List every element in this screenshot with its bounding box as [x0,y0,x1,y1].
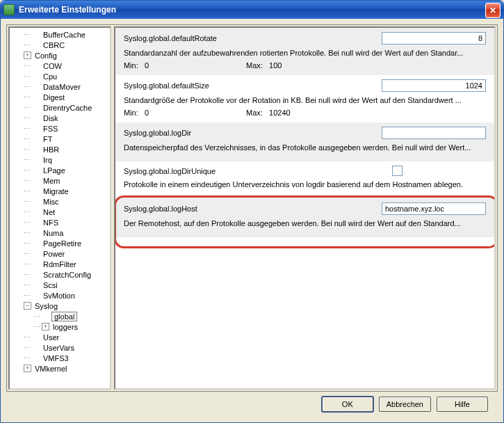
client-area: ⋯BufferCache⋯CBRC+Config⋯COW⋯Cpu⋯DataMov… [1,19,503,422]
tree-item-cow[interactable]: ⋯COW [11,61,108,71]
tree-item-label: Mem [42,177,61,185]
tree-connector: ⋯ [24,156,30,163]
tree-connector: ⋯ [24,166,30,174]
tree-item-pageretire[interactable]: ⋯PageRetire [11,238,108,248]
tree-item-fss[interactable]: ⋯FSS [11,123,108,134]
settings-panel: Syslog.global.defaultRotateStandardanzah… [114,26,496,390]
tree-connector: ⋯ [24,260,30,268]
tree-connector: ⋯ [24,281,30,289]
tree-item-disk[interactable]: ⋯Disk [11,113,108,123]
tree-item-scratchconfig[interactable]: ⋯ScratchConfig [11,269,108,280]
setting-name: Syslog.global.logDirUnique [124,167,216,175]
help-button[interactable]: Hilfe [437,397,488,412]
tree-connector: ⋯ [24,41,30,49]
expand-icon[interactable]: + [24,51,31,59]
tree-item-cbrc[interactable]: ⋯CBRC [11,40,108,50]
tree-item-migrate[interactable]: ⋯Migrate [11,186,108,196]
app-icon [3,4,15,15]
tree-item-label: FSS [42,125,59,133]
tree-item-rdmfilter[interactable]: ⋯RdmFilter [11,259,108,269]
tree-item-ft[interactable]: ⋯FT [11,134,108,144]
setting-name: Syslog.global.defaultRotate [124,34,217,42]
setting-value-input[interactable] [382,79,486,92]
setting-description: Standardanzahl der aufzubewahrenden roti… [124,49,486,61]
tree-connector: ⋯ [24,198,30,205]
tree-item-label: Config [33,51,58,60]
tree-item-vmfs3[interactable]: ⋯VMFS3 [11,353,108,363]
close-button[interactable]: ✕ [485,3,501,18]
tree-item-label: Misc [42,198,60,206]
setting-min: Min: 0 [124,109,149,117]
tree-item-digest[interactable]: ⋯Digest [11,92,108,102]
tree-item-label: Digest [42,93,66,102]
tree-item-label: UserVars [42,344,76,352]
tree-item-label: VMkernel [33,365,68,373]
tree-item-label: RdmFilter [42,260,78,269]
tree-connector: ⋯ [24,125,30,132]
setting-name: Syslog.global.logDir [124,129,191,137]
collapse-icon[interactable]: − [24,302,31,310]
setting-max: Max: 10240 [246,109,291,117]
close-icon: ✕ [489,6,496,15]
tree-item-uservars[interactable]: ⋯UserVars [11,342,108,353]
setting-Syslog-global-logDirUnique: Syslog.global.logDirUniqueProtokolle in … [115,161,494,198]
tree-item-label: DataMover [42,83,82,91]
tree-item-config[interactable]: +Config [11,50,108,61]
tree-connector: ⋯ [24,292,30,299]
tree-item-svmotion[interactable]: ⋯SvMotion [11,290,108,301]
setting-name: Syslog.global.logHost [124,205,197,213]
tree-item-net[interactable]: ⋯Net [11,207,108,217]
tree-item-buffercache[interactable]: ⋯BufferCache [11,29,108,40]
tree-item-label: NFS [42,218,60,227]
setting-name: Syslog.global.defaultSize [124,81,209,90]
setting-value-input[interactable] [382,127,486,139]
tree-item-global[interactable]: ⋯global [11,311,108,321]
tree-item-misc[interactable]: ⋯Misc [11,196,108,207]
tree-item-lpage[interactable]: ⋯LPage [11,165,108,175]
setting-description: Protokolle in einem eindeutigen Unterver… [124,180,486,193]
tree-item-datamover[interactable]: ⋯DataMover [11,81,108,92]
tree-item-user[interactable]: ⋯User [11,332,108,342]
tree-item-loggers[interactable]: ⋯+loggers [11,321,108,332]
tree-connector: ⋯ [24,104,30,111]
tree-connector: ⋯ [24,177,30,184]
tree-item-label: Power [42,250,66,258]
tree-connector: ⋯ [24,333,30,341]
tree-item-cpu[interactable]: ⋯Cpu [11,71,108,81]
cancel-button[interactable]: Abbrechen [379,397,431,412]
tree-connector: ⋯ [24,83,30,90]
ok-button[interactable]: OK [322,397,373,412]
setting-Syslog-global-logDir: Syslog.global.logDirDatenspeicherpfad de… [115,122,494,161]
tree-item-power[interactable]: ⋯Power [11,248,108,259]
tree-connector: ⋯ [24,271,30,278]
tree-connector: ⋯ [24,93,30,101]
tree-connector: ⋯ [24,208,30,216]
tree-item-vmkernel[interactable]: +VMkernel [11,363,108,374]
category-tree[interactable]: ⋯BufferCache⋯CBRC+Config⋯COW⋯Cpu⋯DataMov… [8,26,111,390]
tree-item-label: Migrate [42,187,70,195]
tree-item-label: Irq [42,156,54,164]
content-split: ⋯BufferCache⋯CBRC+Config⋯COW⋯Cpu⋯DataMov… [6,24,498,392]
tree-item-syslog[interactable]: −Syslog [11,301,108,311]
tree-connector: ⋯ [24,72,30,80]
setting-checkbox[interactable] [392,166,403,176]
titlebar: Erweiterte Einstellungen ✕ [1,1,503,19]
tree-item-mem[interactable]: ⋯Mem [11,175,108,186]
dialog-footer: OK Abbrechen Hilfe [6,392,498,417]
tree-item-nfs[interactable]: ⋯NFS [11,217,108,228]
tree-item-numa[interactable]: ⋯Numa [11,228,108,238]
tree-item-hbr[interactable]: ⋯HBR [11,144,108,154]
tree-connector: ⋯ [24,354,30,362]
setting-value-input[interactable] [382,32,486,45]
expand-icon[interactable]: + [24,365,31,372]
tree-connector: ⋯ [24,218,30,226]
expand-icon[interactable]: + [42,323,49,330]
setting-min: Min: 0 [124,61,149,70]
tree-item-irq[interactable]: ⋯Irq [11,154,108,165]
tree-item-label: PageRetire [42,239,83,248]
setting-value-input[interactable] [382,202,486,215]
tree-item-label: Numa [42,229,65,237]
tree-item-scsi[interactable]: ⋯Scsi [11,280,108,290]
window-title: Erweiterte Einstellungen [19,5,116,15]
tree-item-direntrycache[interactable]: ⋯DirentryCache [11,102,108,113]
